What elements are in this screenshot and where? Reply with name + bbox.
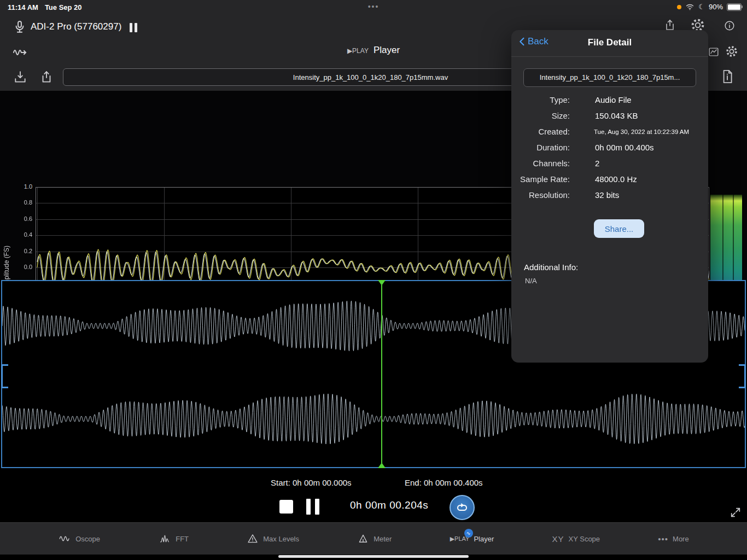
- battery-percent: 90%: [709, 3, 723, 11]
- y-tick-label: 1.0: [9, 183, 32, 190]
- tab-label: Player: [474, 535, 494, 543]
- tab-oscope[interactable]: Oscope: [58, 533, 100, 544]
- pause-button[interactable]: [306, 499, 319, 515]
- app-root: 11:14 AM Tue Sep 20 ••• ☾ 90% ADI-2 Pro …: [0, 0, 747, 560]
- additional-info-value: N/A: [525, 277, 708, 285]
- file-detail-rows: Type:Audio File Size:150.043 KB Created:…: [511, 92, 708, 203]
- tab-more[interactable]: ••• More: [658, 534, 688, 544]
- end-label: End:: [405, 478, 422, 487]
- tab-fft[interactable]: FFT: [158, 533, 189, 544]
- view-title: Player: [374, 45, 400, 55]
- home-indicator[interactable]: [278, 555, 469, 558]
- battery-icon: [727, 3, 742, 11]
- tab-label: XY Scope: [569, 535, 600, 543]
- more-dots-icon: •••: [658, 534, 668, 544]
- loop-button[interactable]: [450, 495, 475, 520]
- player-active-badge: ∿: [464, 529, 473, 538]
- device-pause-indicator[interactable]: [130, 23, 137, 32]
- additional-info-label: Additional Info:: [524, 262, 708, 272]
- tab-label: More: [673, 535, 689, 543]
- chart-view-icon[interactable]: [708, 46, 720, 58]
- tab-meter[interactable]: Meter: [357, 533, 392, 544]
- bottom-tab-bar: Oscope FFT Max Levels Meter ∿ ▶PLAY Play…: [0, 522, 747, 555]
- tab-label: Meter: [374, 535, 392, 543]
- selection-handle-left[interactable]: [1, 364, 8, 388]
- selection-handle-right[interactable]: [739, 364, 746, 388]
- start-label: Start:: [271, 478, 290, 487]
- fft-icon: [158, 533, 171, 544]
- wifi-icon: [685, 2, 695, 11]
- detail-row-size: Size:150.043 KB: [511, 108, 708, 124]
- playhead-bottom-marker[interactable]: [378, 463, 386, 468]
- selection-start: Start: 0h 00m 00.000s: [271, 478, 352, 487]
- detail-row-created: Created:Tue, Aug 30, 2022 at 10:22:39 AM: [511, 124, 708, 139]
- download-icon[interactable]: [13, 70, 27, 84]
- file-detail-popup: Back File Detail Intensity_pp_1k_100_0_1…: [511, 30, 708, 363]
- meter-triangle-icon: [357, 533, 369, 544]
- y-tick-label: 0.4: [9, 231, 32, 238]
- stop-button[interactable]: [279, 500, 293, 514]
- tab-player[interactable]: ∿ ▶PLAY Player: [450, 535, 494, 543]
- xy-text-icon: XY: [552, 534, 564, 544]
- popup-title: File Detail: [511, 37, 708, 48]
- moon-icon: ☾: [698, 3, 705, 11]
- status-ellipsis: •••: [0, 2, 747, 11]
- start-value: 0h 00m 00.000s: [293, 478, 352, 487]
- loop-icon: [456, 501, 469, 514]
- detail-row-channels: Channels:2: [511, 155, 708, 171]
- warning-triangle-icon: [247, 533, 259, 544]
- playback-position: 0h 00m 00.204s: [350, 499, 428, 511]
- detail-row-sample-rate: Sample Rate:48000.0 Hz: [511, 171, 708, 187]
- status-right: ☾ 90%: [677, 2, 742, 11]
- detail-row-resolution: Resolution:32 bits: [511, 187, 708, 203]
- device-title: ADI-2 Pro (57760297): [31, 21, 121, 32]
- popup-header: Back File Detail: [511, 30, 708, 57]
- share-file-icon[interactable]: [39, 70, 54, 84]
- tab-label: Oscope: [75, 535, 100, 543]
- end-value: 0h 00m 00.400s: [424, 478, 483, 487]
- info-icon[interactable]: [723, 20, 736, 32]
- file-info-icon[interactable]: [720, 69, 735, 84]
- tab-xy-scope[interactable]: XY XY Scope: [552, 534, 600, 544]
- y-tick-label: 0.2: [9, 248, 32, 254]
- detail-row-type: Type:Audio File: [511, 92, 708, 108]
- sine-icon: [58, 533, 71, 544]
- playhead-line: [381, 285, 382, 463]
- share-button[interactable]: Share...: [594, 219, 644, 238]
- y-tick-label: 0.0: [9, 264, 32, 270]
- selection-end: End: 0h 00m 00.400s: [405, 478, 483, 487]
- status-bar: 11:14 AM Tue Sep 20 ••• ☾ 90%: [0, 0, 747, 15]
- y-tick-label: 0.6: [9, 215, 32, 222]
- play-prefix: ▶PLAY: [347, 47, 369, 55]
- mic-active-indicator: [677, 5, 681, 9]
- fullscreen-expand-icon[interactable]: [730, 506, 742, 518]
- detail-row-duration: Duration:0h 00m 00.400s: [511, 139, 708, 155]
- microphone-icon[interactable]: [12, 20, 27, 35]
- y-tick-label: 0.8: [9, 199, 32, 206]
- tab-max-levels[interactable]: Max Levels: [247, 533, 299, 544]
- tab-label: Max Levels: [263, 535, 299, 543]
- view-settings-gear-icon[interactable]: [725, 45, 738, 58]
- tab-label: FFT: [176, 535, 189, 543]
- detail-filename-field[interactable]: Intensity_pp_1k_100_0_1k20_180_7p15m...: [523, 68, 696, 87]
